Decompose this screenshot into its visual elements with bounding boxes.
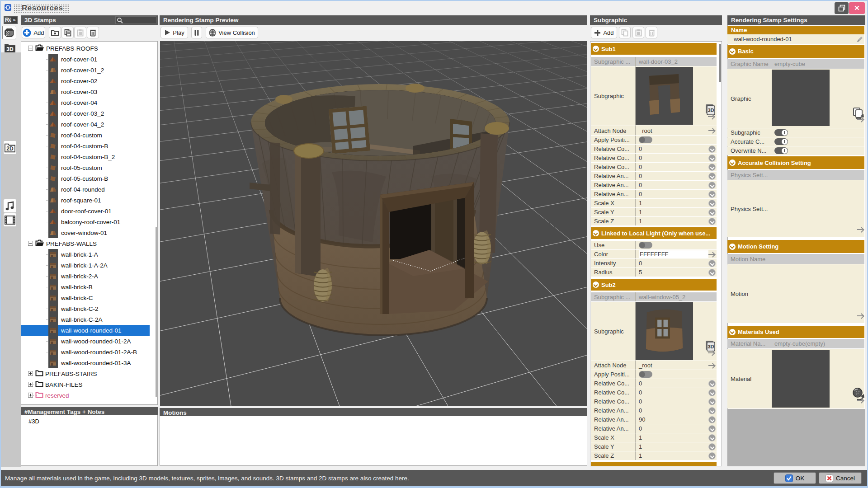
svg-text:3D: 3D — [708, 108, 714, 113]
svg-text:2D: 2D — [6, 145, 14, 152]
svg-text:3D: 3D — [708, 344, 714, 349]
svg-text:3D: 3D — [6, 46, 14, 52]
